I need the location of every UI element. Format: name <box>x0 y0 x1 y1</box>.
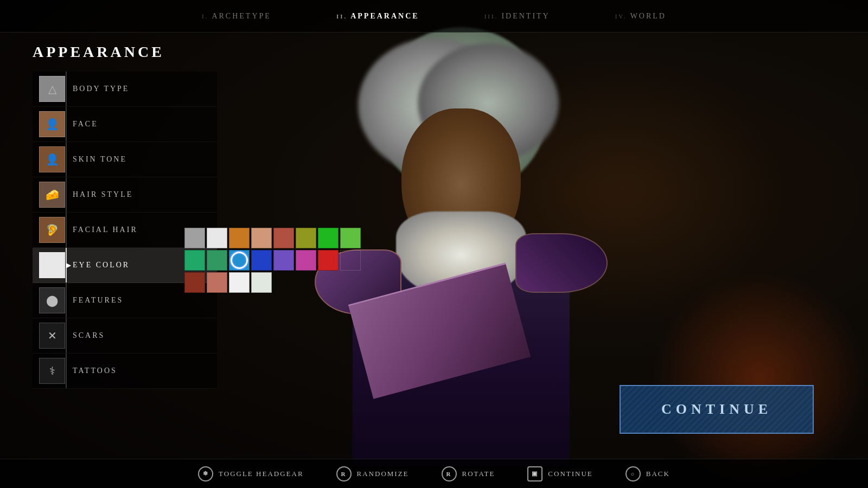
bottom-action-back[interactable]: ○Back <box>626 466 670 481</box>
color-cell-8[interactable] <box>184 250 205 271</box>
menu-label-tattoos: TATTOOS <box>73 367 117 375</box>
menu-icon-face: 👤 <box>39 111 65 137</box>
bottom-icon-toggle-headgear: ❄ <box>198 466 213 481</box>
bottom-action-toggle-headgear[interactable]: ❄Toggle Headgear <box>198 466 304 481</box>
color-cell-16[interactable] <box>184 272 205 293</box>
color-grid-container <box>184 228 361 293</box>
menu-icon-skin-tone: 👤 <box>39 146 65 172</box>
menu-divider-tattoos <box>66 354 67 388</box>
menu-icon-hair-style: 🧀 <box>39 182 65 208</box>
color-cell-19[interactable] <box>251 272 272 293</box>
bottom-icon-randomize: R <box>336 466 352 481</box>
menu-divider-scars <box>66 318 67 353</box>
color-cell-10[interactable] <box>229 250 250 271</box>
color-cell-2[interactable] <box>229 228 250 248</box>
bottom-action-continue-action[interactable]: ▣Continue <box>527 466 592 481</box>
color-cell-6[interactable] <box>318 228 339 248</box>
menu-label-face: FACE <box>73 120 98 129</box>
menu-divider-facial-hair <box>66 213 67 247</box>
color-cell-9[interactable] <box>207 250 227 271</box>
bottom-icon-rotate: R <box>442 466 457 481</box>
menu-icon-features: ⬤ <box>39 287 65 313</box>
bottom-icon-continue-action: ▣ <box>527 466 542 481</box>
color-cell-7[interactable] <box>340 228 361 248</box>
left-panel: APPEARANCE △BODY TYPE👤FACE👤SKIN TONE🧀HAI… <box>33 43 217 389</box>
color-cell-11[interactable] <box>251 250 272 271</box>
character-shoulder-right <box>515 233 608 293</box>
color-cell-0[interactable] <box>184 228 205 248</box>
menu-divider-features <box>66 283 67 318</box>
menu-label-scars: SCARS <box>73 331 105 340</box>
color-cell-15[interactable] <box>340 250 361 271</box>
color-cell-17[interactable] <box>207 272 227 293</box>
menu-icon-body-type: △ <box>39 76 65 102</box>
menu-label-eye-color: EYE COLOR <box>73 261 130 269</box>
color-cell-1[interactable] <box>207 228 227 248</box>
nav-item-appearance[interactable]: II.APPEARANCE <box>336 12 419 21</box>
menu-icon-scars: ✕ <box>39 323 65 349</box>
color-cell-5[interactable] <box>296 228 316 248</box>
menu-item-face[interactable]: 👤FACE <box>33 107 217 142</box>
menu-label-facial-hair: FACIAL HAIR <box>73 226 138 234</box>
bottom-bar: ❄Toggle HeadgearRRandomizeRRotate▣Contin… <box>0 459 868 488</box>
nav-item-world[interactable]: IV.WORLD <box>615 12 666 21</box>
color-cell-14[interactable] <box>318 250 339 271</box>
bottom-action-randomize[interactable]: RRandomize <box>336 466 409 481</box>
bottom-label-rotate: Rotate <box>462 470 495 478</box>
panel-title: APPEARANCE <box>33 43 217 61</box>
menu-item-skin-tone[interactable]: 👤SKIN TONE <box>33 142 217 177</box>
bottom-label-continue-action: Continue <box>548 470 592 478</box>
color-cell-13[interactable] <box>296 250 316 271</box>
menu-icon-eye-color <box>39 252 65 278</box>
color-grid <box>184 228 361 293</box>
color-cell-4[interactable] <box>273 228 294 248</box>
color-cell-12[interactable] <box>273 250 294 271</box>
bottom-action-rotate[interactable]: RRotate <box>442 466 495 481</box>
menu-divider-skin-tone <box>66 142 67 177</box>
color-cell-3[interactable] <box>251 228 272 248</box>
menu-divider-face <box>66 107 67 142</box>
bottom-icon-back: ○ <box>626 466 641 481</box>
menu-label-hair-style: HAIR STYLE <box>73 190 133 199</box>
menu-item-tattoos[interactable]: ⚕TATTOOS <box>33 354 217 389</box>
top-navigation: I.ARCHETYPEII.APPEARANCEIII.IDENTITYIV.W… <box>0 0 868 33</box>
menu-item-body-type[interactable]: △BODY TYPE <box>33 72 217 107</box>
nav-item-archetype[interactable]: I.ARCHETYPE <box>202 12 271 21</box>
continue-button[interactable]: CONTINUE <box>620 385 814 434</box>
menu-item-scars[interactable]: ✕SCARS <box>33 318 217 354</box>
menu-item-hair-style[interactable]: 🧀HAIR STYLE <box>33 177 217 213</box>
active-arrow-eye-color: ▶ <box>66 261 71 269</box>
bottom-label-randomize: Randomize <box>357 470 409 478</box>
menu-divider-body-type <box>66 72 67 106</box>
color-cell-18[interactable] <box>229 272 250 293</box>
menu-label-body-type: BODY TYPE <box>73 85 129 93</box>
nav-item-identity[interactable]: III.IDENTITY <box>484 12 550 21</box>
menu-divider-hair-style <box>66 177 67 212</box>
menu-label-features: FEATURES <box>73 296 123 305</box>
bottom-label-toggle-headgear: Toggle Headgear <box>219 470 304 478</box>
menu-label-skin-tone: SKIN TONE <box>73 155 127 164</box>
continue-button-label: CONTINUE <box>661 401 772 418</box>
menu-icon-facial-hair: 🦻 <box>39 217 65 243</box>
menu-icon-tattoos: ⚕ <box>39 358 65 384</box>
bottom-label-back: Back <box>646 470 670 478</box>
